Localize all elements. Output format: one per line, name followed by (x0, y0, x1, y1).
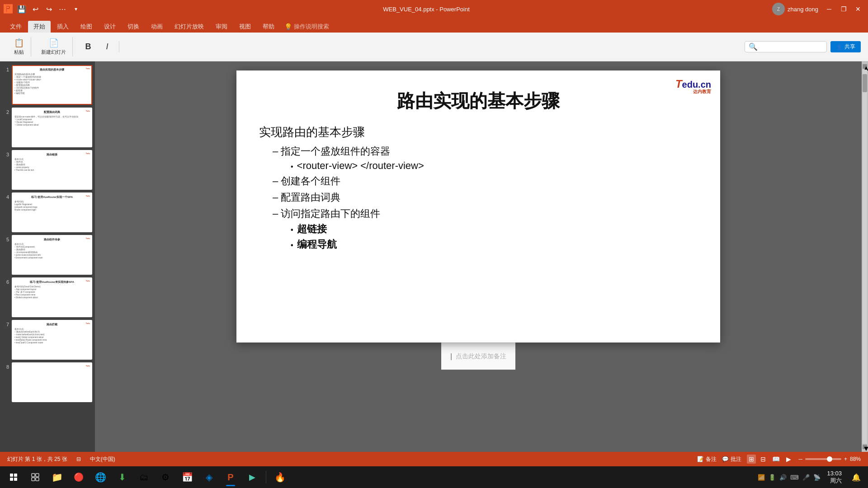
slide-preview-1[interactable]: Tedu 路由实现的基本步骤 实现路由的基本步骤 – 指定一个盛放组件的容器 •… (12, 65, 92, 105)
notes-button[interactable]: 📝 备注 (697, 455, 717, 463)
slide-main-title[interactable]: 路由实现的基本步骤 (259, 89, 698, 113)
view-icons: ⊞ ⊟ 📖 ▶ (747, 455, 793, 464)
italic-button[interactable]: I (99, 41, 115, 52)
normal-view-button[interactable]: ⊞ (747, 455, 756, 464)
task-view-button[interactable] (25, 467, 45, 487)
title-bar-right: Z zhang dong ─ ❐ ✕ (772, 3, 864, 15)
notification-icon: 🔔 (852, 473, 861, 482)
vscode-button[interactable]: ◈ (199, 467, 219, 487)
undo-button[interactable]: ↩ (31, 5, 40, 14)
powerpoint-button[interactable]: P (221, 467, 241, 487)
tab-home[interactable]: 开始 (28, 21, 51, 33)
tab-view[interactable]: 视图 (234, 21, 256, 33)
slide-canvas[interactable]: Tedu.cn 达内教育 路由实现的基本步骤 实现路由的基本步骤 – 指定一个盛… (236, 70, 720, 343)
new-slide-button[interactable]: 📄 新建幻灯片 (38, 37, 69, 56)
bold-button[interactable]: B (80, 41, 96, 52)
zoom-thumb[interactable] (827, 456, 832, 462)
slide-thumb-7[interactable]: 7 Tedu 路由拦截 基本方式: – 路由加 beforeEach(钩子) –… (3, 320, 92, 360)
status-right: 📝 备注 💬 批注 ⊞ ⊟ 📖 ▶ ─ + 88% (697, 455, 861, 464)
tab-file[interactable]: 文件 (5, 21, 27, 33)
tab-design[interactable]: 设计 (99, 21, 121, 33)
close-button[interactable]: ✕ (852, 3, 864, 15)
customize-button[interactable]: ⋯ (58, 5, 67, 14)
search-label[interactable]: 操作说明搜索 (294, 23, 329, 31)
tab-insert[interactable]: 插入 (52, 21, 74, 33)
slide-editor: Tedu.cn 达内教育 路由实现的基本步骤 实现路由的基本步骤 – 指定一个盛… (95, 61, 862, 452)
slide-thumb-1[interactable]: 1 Tedu 路由实现的基本步骤 实现路由的基本步骤 – 指定一个盛放组件的容器… (3, 65, 92, 105)
zoom-in-icon[interactable]: + (844, 456, 847, 462)
calendar-button[interactable]: 📅 (177, 467, 197, 487)
zoom-out-icon[interactable]: ─ (798, 456, 802, 462)
app-icon: 🅿 (4, 5, 13, 14)
comments-button[interactable]: 💬 批注 (722, 455, 741, 463)
slide-preview-7[interactable]: Tedu 路由拦截 基本方式: – 路由加 beforeEach(钩子) – r… (12, 320, 92, 360)
notification-button[interactable]: 🔔 (848, 469, 864, 485)
search-input[interactable] (760, 44, 823, 50)
minimize-button[interactable]: ─ (823, 3, 835, 15)
svg-rect-0 (10, 474, 13, 477)
paste-button[interactable]: 📋 粘贴 (11, 37, 27, 56)
ribbon-tabs: 文件 开始 插入 绘图 设计 切换 动画 幻灯片放映 审阅 视图 帮助 💡 操作… (0, 18, 868, 33)
store-button[interactable]: 🔴 (69, 467, 89, 487)
scroll-thumb[interactable] (863, 74, 867, 92)
search-box[interactable]: 🔍 (745, 41, 827, 52)
slide-thumb-6[interactable]: 6 Tedu 练习:使用VueRouter来实现传参SPA 参考代码(Small… (3, 277, 92, 317)
file-explorer-button[interactable]: 📁 (47, 467, 67, 487)
section-icon: ⊟ (76, 456, 81, 462)
user-avatar[interactable]: Z (772, 3, 785, 15)
content-heading[interactable]: 实现路由的基本步骤 (259, 124, 698, 140)
slide-preview-4[interactable]: Tedu 练习:使用VueRouter实现一个SPA 参考代码: LogoDir… (12, 192, 92, 232)
tab-draw[interactable]: 绘图 (75, 21, 98, 33)
language-indicator: 中文(中国) (90, 455, 115, 463)
redo-button[interactable]: ↪ (44, 5, 53, 14)
app-green[interactable]: ⬇ (112, 467, 132, 487)
settings-button[interactable]: ⚙ (156, 467, 175, 487)
new-slide-icon: 📄 (49, 38, 59, 48)
restore-button[interactable]: ❐ (837, 3, 850, 15)
taskbar-separator (266, 471, 266, 483)
tab-slideshow[interactable]: 幻灯片放映 (169, 21, 209, 33)
slide-thumb-8[interactable]: 8 Tedu (3, 362, 92, 402)
notes-area[interactable]: | 点击此处添加备注 (441, 343, 515, 370)
slide-preview-5[interactable]: Tedu 路由组件传参 基本方式: – 组件名(Component) – 路由路… (12, 235, 92, 275)
more-button[interactable]: ▾ (71, 5, 80, 14)
start-button[interactable] (4, 467, 24, 487)
browser-button-chrome[interactable]: 🌐 (90, 467, 110, 487)
tab-animations[interactable]: 动画 (146, 21, 168, 33)
slide-thumb-2[interactable]: 2 Tedu 配置路由词典 需安装vue-router插件，可以在创建项目时勾选… (3, 108, 92, 147)
zoom-slider[interactable] (805, 458, 841, 460)
content-bullet-3[interactable]: • 编程导航 (291, 238, 698, 251)
content-sub-1[interactable]: – 指定一个盛放组件的容器 (273, 145, 698, 158)
slide-preview-6[interactable]: Tedu 练习:使用VueRouter来实现传参SPA 参考代码(Small G… (12, 277, 92, 317)
tab-help[interactable]: 帮助 (257, 21, 280, 33)
files-button[interactable]: 🗂 (134, 467, 154, 487)
slide-sorter-button[interactable]: ⊟ (759, 455, 768, 464)
svg-rect-4 (32, 474, 35, 477)
tab-transitions[interactable]: 切换 (122, 21, 145, 33)
content-sub-3[interactable]: – 配置路由词典 (273, 191, 698, 204)
content-bullet-2[interactable]: • 超链接 (291, 222, 698, 236)
slide-thumb-3[interactable]: 3 Tedu 路由链接 基本方式 – 组件名 – 路由路径 – some pro… (3, 150, 92, 190)
ribbon-group-font: B I (76, 41, 119, 52)
slide-preview-2[interactable]: Tedu 配置路由词典 需安装vue-router插件，可以在创建项目时勾选，也… (12, 108, 92, 147)
save-button[interactable]: 💾 (17, 5, 26, 14)
slide-preview-3[interactable]: Tedu 路由链接 基本方式 – 组件名 – 路由路径 – some prope… (12, 150, 92, 190)
ribbon-content: 📋 粘贴 📄 新建幻灯片 B I 🔍 👤 共享 (0, 33, 868, 61)
reading-view-button[interactable]: 📖 (770, 455, 782, 464)
slideshow-button[interactable]: ▶ (784, 455, 793, 464)
terminal-button[interactable]: ▶ (242, 467, 262, 487)
clock[interactable]: 13:03 周六 (823, 468, 845, 487)
slide-preview-8[interactable]: Tedu (12, 362, 92, 402)
slide-thumb-4[interactable]: 4 Tedu 练习:使用VueRouter实现一个SPA 参考代码: LogoD… (3, 192, 92, 232)
scroll-up-button[interactable]: ▲ (863, 64, 867, 69)
extra-app-1[interactable]: 🔥 (270, 467, 290, 487)
vertical-scrollbar[interactable]: ▲ ▼ (862, 61, 868, 452)
content-sub-4[interactable]: – 访问指定路由下的组件 (273, 207, 698, 221)
slide-thumb-5[interactable]: 5 Tedu 路由组件传参 基本方式: – 组件名(Component) – 路… (3, 235, 92, 275)
content-sub-2[interactable]: – 创建各个组件 (273, 174, 698, 188)
tab-review[interactable]: 审阅 (210, 21, 233, 33)
share-button[interactable]: 👤 共享 (830, 41, 861, 52)
content-bullet-1[interactable]: • <router-view> </router-view> (291, 160, 698, 172)
scroll-down-button[interactable]: ▼ (863, 445, 867, 449)
svg-rect-7 (36, 478, 39, 481)
